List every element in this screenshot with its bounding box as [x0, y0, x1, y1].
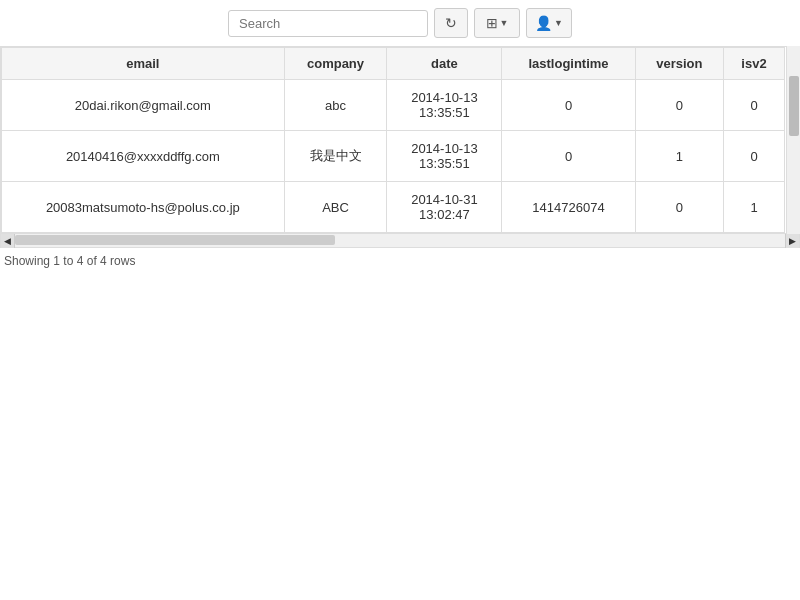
cell-date: 2014-10-13 13:35:51 [387, 80, 502, 131]
table-outer: email company date lastlogintime version… [0, 46, 800, 248]
cell-version: 1 [635, 131, 723, 182]
grid-button[interactable]: ⊞ ▼ [474, 8, 520, 38]
table-row: 20140416@xxxxddffg.com我是中文2014-10-13 13:… [2, 131, 785, 182]
grid-dropdown-arrow: ▼ [500, 18, 509, 28]
data-table: email company date lastlogintime version… [1, 47, 785, 233]
cell-email: 20083matsumoto-hs@polus.co.jp [2, 182, 285, 233]
col-header-email: email [2, 48, 285, 80]
cell-lastlogintime: 1414726074 [502, 182, 635, 233]
cell-date: 2014-10-13 13:35:51 [387, 131, 502, 182]
cell-date: 2014-10-31 13:02:47 [387, 182, 502, 233]
cell-version: 0 [635, 80, 723, 131]
table-row: 20dai.rikon@gmail.comabc2014-10-13 13:35… [2, 80, 785, 131]
refresh-button[interactable]: ↻ [434, 8, 468, 38]
cell-company: abc [284, 80, 387, 131]
cell-isv2: 0 [724, 131, 785, 182]
vertical-scrollbar[interactable] [786, 46, 800, 234]
col-header-company: company [284, 48, 387, 80]
h-scroll-track [15, 234, 785, 247]
cell-version: 0 [635, 182, 723, 233]
scroll-right-btn[interactable]: ▶ [785, 234, 799, 248]
cell-isv2: 0 [724, 80, 785, 131]
grid-icon: ⊞ [486, 15, 498, 31]
scrollbar-thumb [789, 76, 799, 136]
col-header-lastlogintime: lastlogintime [502, 48, 635, 80]
table-row: 20083matsumoto-hs@polus.co.jpABC2014-10-… [2, 182, 785, 233]
search-input[interactable] [228, 10, 428, 37]
table-header-row: email company date lastlogintime version… [2, 48, 785, 80]
user-button[interactable]: 👤 ▼ [526, 8, 572, 38]
cell-company: ABC [284, 182, 387, 233]
h-scroll-thumb [15, 235, 335, 245]
cell-lastlogintime: 0 [502, 131, 635, 182]
col-header-isv2: isv2 [724, 48, 785, 80]
cell-email: 20140416@xxxxddffg.com [2, 131, 285, 182]
refresh-icon: ↻ [445, 15, 457, 31]
cell-company: 我是中文 [284, 131, 387, 182]
toolbar: ↻ ⊞ ▼ 👤 ▼ [0, 0, 800, 46]
status-bar: Showing 1 to 4 of 4 rows [0, 248, 800, 274]
cell-isv2: 1 [724, 182, 785, 233]
cell-lastlogintime: 0 [502, 80, 635, 131]
status-text: Showing 1 to 4 of 4 rows [4, 254, 135, 268]
horizontal-scrollbar[interactable]: ◀ ▶ [0, 234, 800, 248]
col-header-date: date [387, 48, 502, 80]
user-dropdown-arrow: ▼ [554, 18, 563, 28]
table-scroll-area[interactable]: email company date lastlogintime version… [0, 46, 800, 234]
col-header-version: version [635, 48, 723, 80]
user-icon: 👤 [535, 15, 552, 31]
cell-email: 20dai.rikon@gmail.com [2, 80, 285, 131]
scroll-left-btn[interactable]: ◀ [1, 234, 15, 248]
